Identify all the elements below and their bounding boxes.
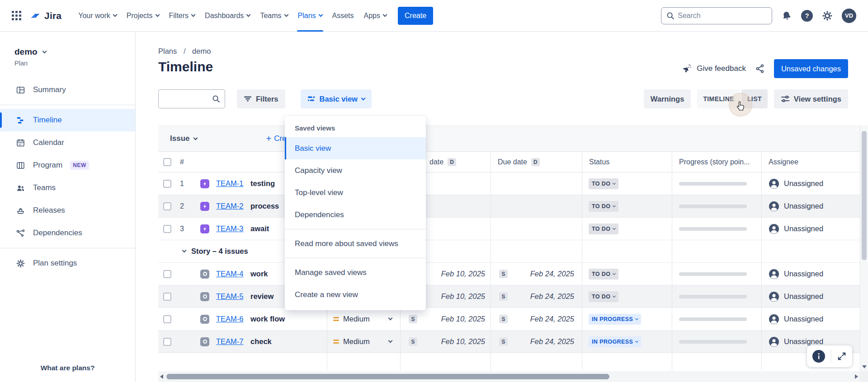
table-row[interactable]: 3 TEAM-3 await TO DO Unassigned (158, 218, 860, 240)
status-badge[interactable]: TO DO (589, 291, 618, 302)
sidebar-item-calendar[interactable]: Calendar (0, 131, 135, 154)
status-cell[interactable]: IN PROGRESS (582, 308, 672, 330)
vertical-scrollbar[interactable] (860, 126, 868, 371)
column-header-progress[interactable]: Progress (story poin... (672, 152, 761, 172)
assignee-cell[interactable]: Unassigned (761, 172, 860, 195)
user-avatar[interactable]: VD (842, 9, 856, 23)
due-date-cell[interactable] (491, 195, 582, 217)
table-row[interactable]: TEAM-6 work flow Medium SFeb 10, 2025 SF… (158, 308, 860, 331)
top-nav-item-your-work[interactable]: Your work (73, 0, 122, 32)
menu-item-dependencies[interactable]: Dependencies (285, 204, 426, 226)
table-row[interactable]: TEAM-5 review SFeb 10, 2025 SFeb 24, 202… (158, 285, 860, 308)
view-settings-button[interactable]: View settings (774, 89, 848, 108)
top-nav-item-dashboards[interactable]: Dashboards (200, 0, 255, 32)
table-row[interactable]: 2 TEAM-2 process TO DO Unassigned (158, 195, 860, 218)
timeline-mode-button[interactable]: TIMELINE (697, 89, 740, 108)
create-button[interactable]: Create (398, 7, 433, 25)
priority-cell[interactable]: Medium (327, 331, 400, 353)
issue-key-link[interactable]: TEAM-7 (216, 337, 244, 346)
sidebar-item-timeline[interactable]: Timeline (0, 109, 135, 131)
top-nav-item-plans[interactable]: Plans (293, 0, 327, 32)
unsaved-changes-button[interactable]: Unsaved changes (774, 59, 848, 78)
issue-key-link[interactable]: TEAM-5 (216, 292, 244, 301)
warnings-button[interactable]: Warnings (644, 89, 691, 108)
menu-item-top-level-view[interactable]: Top-level view (285, 182, 426, 204)
help-icon[interactable]: ? (801, 10, 813, 22)
due-date-cell[interactable]: SFeb 24, 2025 (491, 285, 582, 307)
top-nav-item-projects[interactable]: Projects (122, 0, 164, 32)
table-row[interactable]: TEAM-7 check Medium SFeb 10, 2025 SFeb 2… (158, 331, 860, 353)
status-badge[interactable]: IN PROGRESS (589, 336, 641, 347)
status-badge[interactable]: TO DO (589, 224, 618, 234)
issue-key-link[interactable]: TEAM-6 (216, 315, 244, 323)
top-nav-item-apps[interactable]: Apps (359, 0, 392, 32)
menu-item-read-more-about-saved-views[interactable]: Read more about saved views (285, 233, 426, 255)
table-row[interactable]: TEAM-4 work SFeb 10, 2025 SFeb 24, 2025 … (158, 263, 860, 285)
row-checkbox[interactable] (163, 225, 171, 233)
issue-key-link[interactable]: TEAM-4 (216, 270, 244, 278)
top-nav-item-teams[interactable]: Teams (255, 0, 292, 32)
assignee-cell[interactable]: Unassigned (761, 195, 860, 217)
issue-key-link[interactable]: TEAM-2 (216, 202, 244, 210)
sidebar-item-summary[interactable]: Summary (0, 79, 135, 101)
due-date-cell[interactable]: SFeb 24, 2025 (491, 331, 582, 353)
row-checkbox[interactable] (163, 202, 171, 210)
row-checkbox[interactable] (163, 293, 171, 301)
top-nav-item-assets[interactable]: Assets (327, 0, 359, 32)
share-icon[interactable] (755, 64, 765, 74)
scroll-left-arrow[interactable] (160, 374, 163, 379)
table-row[interactable]: 1 TEAM-1 testing TO DO Unassigned (158, 172, 860, 195)
row-checkbox[interactable] (163, 270, 171, 278)
status-badge[interactable]: TO DO (589, 178, 618, 189)
status-cell[interactable]: TO DO (582, 263, 672, 285)
due-date-cell[interactable] (491, 172, 582, 195)
row-checkbox[interactable] (163, 315, 171, 323)
issue-key-link[interactable]: TEAM-1 (216, 179, 244, 188)
scroll-right-arrow[interactable] (855, 374, 858, 379)
issue-grouping-dropdown[interactable]: Issue (170, 134, 197, 143)
list-mode-button[interactable]: LIST (741, 89, 768, 108)
assignee-cell[interactable]: Unassigned (761, 285, 860, 307)
filters-button[interactable]: Filters (237, 89, 285, 108)
plan-switcher[interactable]: demo (14, 47, 135, 57)
menu-item-create-a-new-view[interactable]: Create a new view (285, 284, 426, 306)
menu-item-basic-view[interactable]: Basic view (285, 137, 426, 159)
start-date-cell[interactable]: SFeb 10, 2025 (400, 308, 491, 330)
issue-key-link[interactable]: TEAM-3 (216, 224, 244, 233)
horizontal-scrollbar-thumb[interactable] (166, 374, 609, 379)
settings-gear-icon[interactable] (822, 10, 833, 21)
sidebar-item-dependencies[interactable]: Dependencies (0, 222, 135, 244)
priority-cell[interactable]: Medium (327, 308, 400, 330)
sidebar-item-teams[interactable]: Teams (0, 177, 135, 199)
assignee-cell[interactable]: Unassigned (761, 308, 860, 330)
empty-row[interactable] (158, 353, 860, 370)
due-date-cell[interactable]: SFeb 24, 2025 (491, 308, 582, 330)
group-header-row[interactable]: Story – 4 issues (158, 240, 860, 263)
jira-logo[interactable]: Jira (29, 10, 61, 22)
sidebar-item-program[interactable]: Program NEW (0, 154, 135, 177)
give-feedback-button[interactable]: Give feedback (682, 64, 746, 74)
vertical-scrollbar-thumb[interactable] (862, 131, 867, 260)
assignee-cell[interactable]: Unassigned (761, 263, 860, 285)
status-cell[interactable]: IN PROGRESS (582, 331, 672, 353)
horizontal-scrollbar[interactable] (158, 371, 860, 382)
menu-item-manage-saved-views[interactable]: Manage saved views (285, 261, 426, 284)
status-cell[interactable]: TO DO (582, 195, 672, 217)
status-badge[interactable]: IN PROGRESS (589, 314, 641, 325)
status-cell[interactable]: TO DO (582, 172, 672, 195)
status-badge[interactable]: TO DO (589, 269, 618, 280)
due-date-cell[interactable]: SFeb 24, 2025 (491, 263, 582, 285)
menu-item-capacity-view[interactable]: Capacity view (285, 159, 426, 182)
status-badge[interactable]: TO DO (589, 201, 618, 212)
start-date-cell[interactable]: SFeb 10, 2025 (400, 331, 491, 353)
breadcrumb-demo-link[interactable]: demo (192, 47, 211, 55)
top-nav-item-filters[interactable]: Filters (164, 0, 200, 32)
row-checkbox[interactable] (163, 338, 171, 346)
notifications-bell-icon[interactable] (781, 10, 792, 21)
status-cell[interactable]: TO DO (582, 218, 672, 240)
global-search-input[interactable] (661, 7, 772, 24)
app-switcher-icon[interactable] (12, 11, 21, 20)
column-header-due-date[interactable]: Due date D (491, 152, 582, 172)
info-icon[interactable] (812, 350, 825, 363)
view-selector-button[interactable]: Basic view (301, 89, 372, 108)
